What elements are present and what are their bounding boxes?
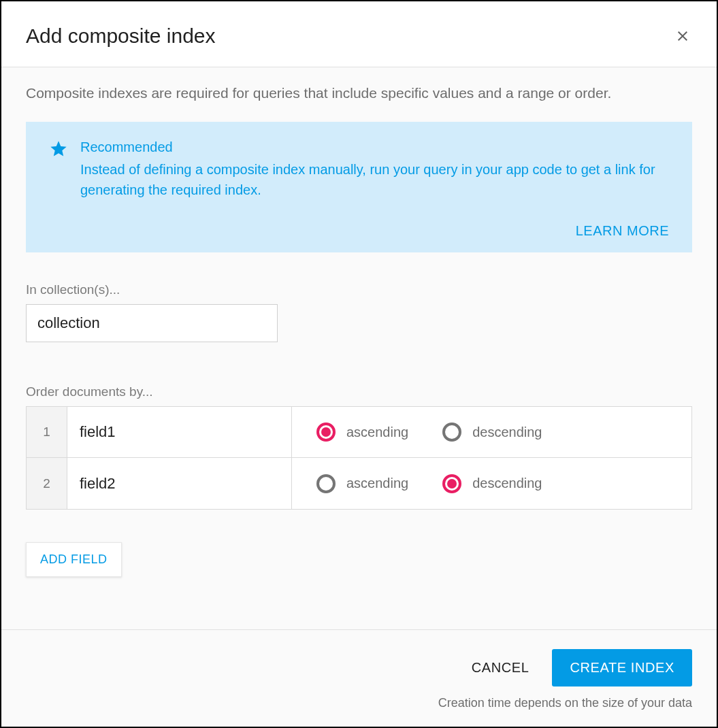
- add-field-button[interactable]: ADD FIELD: [26, 542, 122, 577]
- order-row: 1 ascending descending: [27, 407, 691, 458]
- star-icon: [49, 139, 68, 159]
- field-name-input[interactable]: [67, 407, 292, 457]
- order-group: Order documents by... 1 ascending descen…: [26, 384, 692, 510]
- collection-input[interactable]: [26, 304, 278, 342]
- recommended-info-box: Recommended Instead of defining a compos…: [26, 122, 692, 252]
- radio-label: descending: [472, 425, 542, 440]
- descending-radio[interactable]: descending: [442, 474, 542, 493]
- order-label: Order documents by...: [26, 384, 692, 399]
- create-index-button[interactable]: CREATE INDEX: [552, 649, 692, 686]
- footer-note: Creation time depends on the size of you…: [26, 696, 692, 710]
- radio-label: descending: [472, 476, 542, 491]
- order-row: 2 ascending descending: [27, 458, 691, 509]
- radio-checked-icon: [316, 423, 336, 442]
- row-direction-radios: ascending descending: [292, 407, 691, 457]
- info-box-content: Recommended Instead of defining a compos…: [49, 139, 669, 200]
- dialog-footer: CANCEL CREATE INDEX Creation time depend…: [1, 629, 717, 727]
- dialog-title: Add composite index: [26, 24, 216, 48]
- info-box-title: Recommended: [80, 139, 669, 155]
- add-composite-index-dialog: Add composite index Composite indexes ar…: [0, 0, 718, 728]
- radio-checked-icon: [442, 474, 461, 493]
- footer-buttons: CANCEL CREATE INDEX: [26, 649, 692, 686]
- ascending-radio[interactable]: ascending: [316, 423, 408, 442]
- dialog-body: Composite indexes are required for queri…: [1, 67, 717, 629]
- learn-more-link[interactable]: LEARN MORE: [576, 223, 669, 239]
- info-box-description: Instead of defining a composite index ma…: [80, 159, 669, 200]
- descending-radio[interactable]: descending: [442, 423, 542, 442]
- ascending-radio[interactable]: ascending: [316, 474, 408, 493]
- collection-group: In collection(s)...: [26, 282, 692, 342]
- radio-unchecked-icon: [442, 423, 461, 442]
- row-number: 1: [27, 407, 67, 457]
- row-number: 2: [27, 458, 67, 509]
- cancel-button[interactable]: CANCEL: [472, 660, 529, 676]
- radio-unchecked-icon: [316, 474, 336, 493]
- close-button[interactable]: [673, 27, 692, 46]
- row-direction-radios: ascending descending: [292, 458, 691, 509]
- collection-label: In collection(s)...: [26, 282, 692, 297]
- radio-label: ascending: [346, 425, 408, 440]
- order-table: 1 ascending descending 2: [26, 406, 692, 510]
- radio-label: ascending: [346, 476, 408, 491]
- dialog-header: Add composite index: [1, 1, 717, 67]
- close-icon: [674, 28, 691, 44]
- field-name-input[interactable]: [67, 458, 292, 509]
- intro-text: Composite indexes are required for queri…: [26, 85, 692, 101]
